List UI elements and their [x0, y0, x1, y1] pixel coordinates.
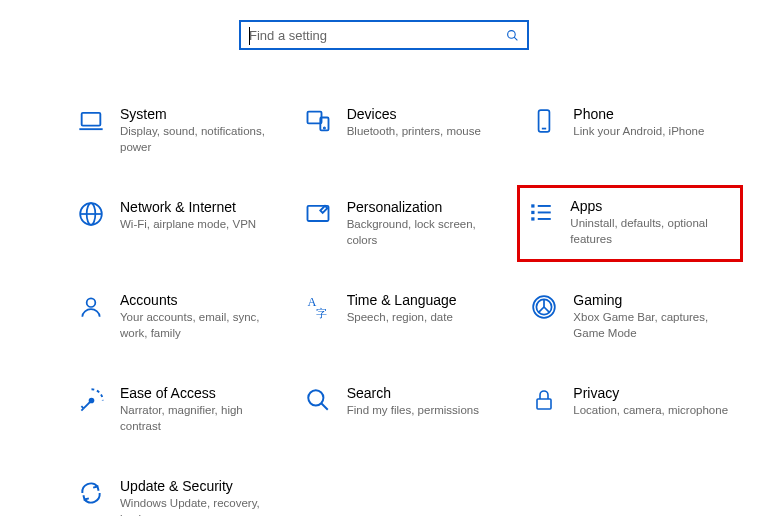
tile-desc: Your accounts, email, sync, work, family: [120, 310, 280, 341]
tile-title: Phone: [573, 106, 704, 122]
tile-network[interactable]: Network & Internet Wi-Fi, airplane mode,…: [68, 191, 288, 256]
laptop-icon: [76, 106, 106, 136]
svg-line-1: [514, 37, 517, 40]
tile-text: Time & Language Speech, region, date: [347, 292, 457, 326]
personalization-icon: [303, 199, 333, 229]
tile-title: Update & Security: [120, 478, 280, 494]
tile-text: System Display, sound, notifications, po…: [120, 106, 280, 155]
svg-rect-31: [537, 399, 551, 409]
tile-title: Search: [347, 385, 479, 401]
tile-text: Gaming Xbox Game Bar, captures, Game Mod…: [573, 292, 733, 341]
svg-rect-12: [307, 206, 328, 221]
magnifier-icon: [303, 385, 333, 415]
tile-desc: Xbox Game Bar, captures, Game Mode: [573, 310, 733, 341]
apps-list-icon: [526, 198, 556, 228]
text-caret: [249, 27, 250, 45]
tile-text: Network & Internet Wi-Fi, airplane mode,…: [120, 199, 256, 233]
tile-gaming[interactable]: Gaming Xbox Game Bar, captures, Game Mod…: [521, 284, 741, 349]
tile-update-security[interactable]: Update & Security Windows Update, recove…: [68, 470, 288, 516]
tile-text: Phone Link your Android, iPhone: [573, 106, 704, 140]
tile-title: Privacy: [573, 385, 728, 401]
tile-title: Gaming: [573, 292, 733, 308]
phone-icon: [529, 106, 559, 136]
globe-icon: [76, 199, 106, 229]
tile-desc: Windows Update, recovery, backup: [120, 496, 280, 516]
tile-desc: Find my files, permissions: [347, 403, 479, 419]
tile-text: Personalization Background, lock screen,…: [347, 199, 507, 248]
tile-title: Ease of Access: [120, 385, 280, 401]
ease-of-access-icon: [76, 385, 106, 415]
tile-desc: Speech, region, date: [347, 310, 457, 326]
person-icon: [76, 292, 106, 322]
search-bar-container: [0, 20, 768, 50]
tile-desc: Display, sound, notifications, power: [120, 124, 280, 155]
tile-devices[interactable]: Devices Bluetooth, printers, mouse: [295, 98, 515, 163]
tile-ease-of-access[interactable]: Ease of Access Narrator, magnifier, high…: [68, 377, 288, 442]
devices-icon: [303, 106, 333, 136]
tile-title: Devices: [347, 106, 481, 122]
tile-time-language[interactable]: A 字 Time & Language Speech, region, date: [295, 284, 515, 349]
svg-point-29: [308, 390, 323, 405]
tile-text: Devices Bluetooth, printers, mouse: [347, 106, 481, 140]
tile-text: Privacy Location, camera, microphone: [573, 385, 728, 419]
svg-point-19: [87, 298, 96, 307]
tile-text: Accounts Your accounts, email, sync, wor…: [120, 292, 280, 341]
tile-privacy[interactable]: Privacy Location, camera, microphone: [521, 377, 741, 442]
tile-desc: Bluetooth, printers, mouse: [347, 124, 481, 140]
svg-rect-2: [82, 113, 101, 126]
tile-phone[interactable]: Phone Link your Android, iPhone: [521, 98, 741, 163]
tile-system[interactable]: System Display, sound, notifications, po…: [68, 98, 288, 163]
tile-personalization[interactable]: Personalization Background, lock screen,…: [295, 191, 515, 256]
svg-text:字: 字: [317, 306, 328, 318]
tile-text: Ease of Access Narrator, magnifier, high…: [120, 385, 280, 434]
svg-line-26: [544, 307, 549, 312]
tile-desc: Link your Android, iPhone: [573, 124, 704, 140]
svg-rect-14: [532, 211, 535, 214]
update-icon: [76, 478, 106, 508]
tile-text: Update & Security Windows Update, recove…: [120, 478, 280, 516]
tile-search[interactable]: Search Find my files, permissions: [295, 377, 515, 442]
tile-desc: Uninstall, defaults, optional features: [570, 216, 730, 247]
svg-point-6: [323, 127, 324, 128]
tile-title: Time & Language: [347, 292, 457, 308]
search-icon: [506, 29, 519, 42]
settings-home: System Display, sound, notifications, po…: [0, 0, 768, 516]
tile-title: Network & Internet: [120, 199, 256, 215]
svg-line-28: [83, 400, 91, 408]
svg-rect-13: [532, 204, 535, 207]
search-box[interactable]: [239, 20, 529, 50]
tile-desc: Location, camera, microphone: [573, 403, 728, 419]
search-input[interactable]: [249, 28, 506, 43]
svg-rect-4: [307, 112, 321, 124]
svg-rect-15: [532, 217, 535, 220]
svg-line-30: [321, 403, 328, 410]
tile-text: Search Find my files, permissions: [347, 385, 479, 419]
svg-line-25: [539, 307, 544, 312]
tile-title: System: [120, 106, 280, 122]
gaming-icon: [529, 292, 559, 322]
svg-point-0: [508, 30, 516, 38]
tile-apps[interactable]: Apps Uninstall, defaults, optional featu…: [517, 185, 743, 262]
tile-accounts[interactable]: Accounts Your accounts, email, sync, wor…: [68, 284, 288, 349]
tile-desc: Background, lock screen, colors: [347, 217, 507, 248]
time-language-icon: A 字: [303, 292, 333, 322]
tile-title: Accounts: [120, 292, 280, 308]
tile-title: Personalization: [347, 199, 507, 215]
lock-icon: [529, 385, 559, 415]
tile-desc: Wi-Fi, airplane mode, VPN: [120, 217, 256, 233]
tile-desc: Narrator, magnifier, high contrast: [120, 403, 280, 434]
tile-text: Apps Uninstall, defaults, optional featu…: [570, 198, 730, 247]
tile-title: Apps: [570, 198, 730, 214]
settings-grid: System Display, sound, notifications, po…: [0, 98, 768, 516]
svg-text:A: A: [308, 295, 317, 309]
